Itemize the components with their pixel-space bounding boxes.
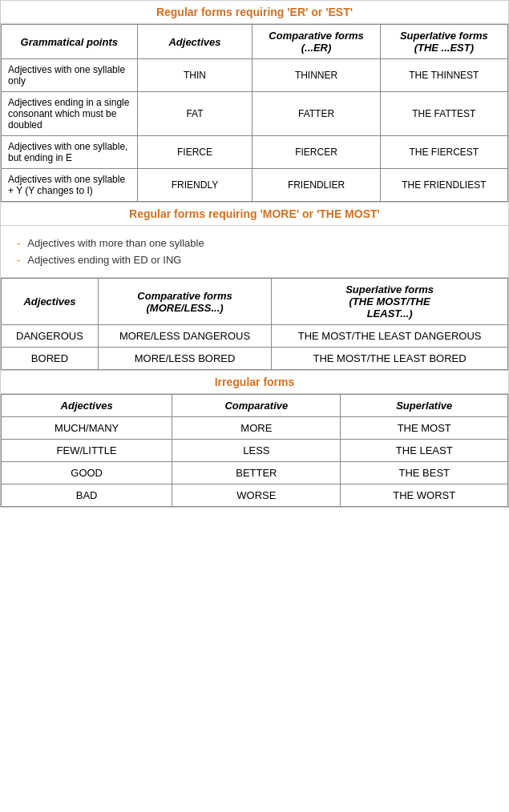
sup-cell: THE WORST [341, 484, 508, 507]
dash2-icon: - [17, 254, 20, 266]
s1-header-col2: Adjectives [137, 25, 252, 59]
sup-cell: THE MOST/THE LEAST BORED [272, 348, 508, 370]
section2-title: Regular forms requiring 'MORE' or 'THE M… [1, 202, 508, 226]
table-row: MUCH/MANY MORE THE MOST [2, 417, 508, 440]
adj-cell: FEW/LITTLE [2, 440, 172, 462]
sup-cell: THE MOST/THE LEAST DANGEROUS [272, 325, 508, 348]
adj-cell: BAD [2, 484, 172, 507]
comp-cell: MORE/LESS DANGEROUS [98, 325, 271, 348]
grammar-cell: Adjectives with one syllable, but ending… [2, 136, 138, 169]
s2-header-col1: Adjectives [2, 279, 99, 325]
adj-cell: DANGEROUS [2, 325, 99, 348]
bullet1: - Adjectives with more than one syllable [17, 237, 492, 249]
table-row: Adjectives ending in a single consonant … [2, 92, 508, 136]
table-row: DANGEROUS MORE/LESS DANGEROUS THE MOST/T… [2, 325, 508, 348]
s1-header-col4: Superlative forms(THE ...EST) [380, 25, 507, 59]
s3-header-col1: Adjectives [2, 395, 172, 417]
adj-cell: THIN [137, 59, 252, 92]
table-row: GOOD BETTER THE BEST [2, 462, 508, 484]
table-row: FEW/LITTLE LESS THE LEAST [2, 440, 508, 462]
comp-cell: BETTER [172, 462, 341, 484]
comp-cell: THINNER [252, 59, 380, 92]
sup-cell: THE BEST [341, 462, 508, 484]
main-container: Regular forms requiring 'ER' or 'EST' Gr… [0, 0, 509, 508]
comp-cell: FIERCER [252, 136, 380, 169]
comp-cell: WORSE [172, 484, 341, 507]
adj-cell: MUCH/MANY [2, 417, 172, 440]
s2-header-col3: Superlative forms(THE MOST/THELEAST...) [272, 279, 508, 325]
s1-header-col3: Comparative forms(...ER) [252, 25, 380, 59]
table-row: Adjectives with one syllable, but ending… [2, 136, 508, 169]
sup-cell: THE LEAST [341, 440, 508, 462]
grammar-cell: Adjectives with one syllable + Y (Y chan… [2, 169, 138, 202]
section2-table: Adjectives Comparative forms(MORE/LESS..… [1, 278, 508, 370]
adj-cell: FIERCE [137, 136, 252, 169]
table-row: BAD WORSE THE WORST [2, 484, 508, 507]
s3-header-col2: Comparative [172, 395, 341, 417]
comp-cell: FATTER [252, 92, 380, 136]
grammar-cell: Adjectives with one syllable only [2, 59, 138, 92]
sup-cell: THE FIERCEST [380, 136, 507, 169]
comp-cell: MORE/LESS BORED [98, 348, 271, 370]
bullet-section: - Adjectives with more than one syllable… [1, 226, 508, 278]
section1-table: Grammatical points Adjectives Comparativ… [1, 24, 508, 202]
s3-header-col3: Superlative [341, 395, 508, 417]
s2-header-col2: Comparative forms(MORE/LESS...) [98, 279, 271, 325]
s1-header-col1: Grammatical points [2, 25, 138, 59]
sup-cell: THE THINNEST [380, 59, 507, 92]
comp-cell: LESS [172, 440, 341, 462]
sup-cell: THE FRIENDLIEST [380, 169, 507, 202]
adj-cell: BORED [2, 348, 99, 370]
section1-title: Regular forms requiring 'ER' or 'EST' [1, 1, 508, 24]
sup-cell: THE MOST [341, 417, 508, 440]
comp-cell: FRIENDLIER [252, 169, 380, 202]
section3-table: Adjectives Comparative Superlative MUCH/… [1, 394, 508, 507]
table-row: Adjectives with one syllable + Y (Y chan… [2, 169, 508, 202]
adj-cell: GOOD [2, 462, 172, 484]
adj-cell: FRIENDLY [137, 169, 252, 202]
bullet2: - Adjectives ending with ED or ING [17, 254, 492, 266]
table-row: BORED MORE/LESS BORED THE MOST/THE LEAST… [2, 348, 508, 370]
sup-cell: THE FATTEST [380, 92, 507, 136]
dash1-icon: - [17, 237, 20, 249]
table-row: Adjectives with one syllable only THIN T… [2, 59, 508, 92]
section3-title: Irregular forms [1, 370, 508, 394]
comp-cell: MORE [172, 417, 341, 440]
grammar-cell: Adjectives ending in a single consonant … [2, 92, 138, 136]
adj-cell: FAT [137, 92, 252, 136]
